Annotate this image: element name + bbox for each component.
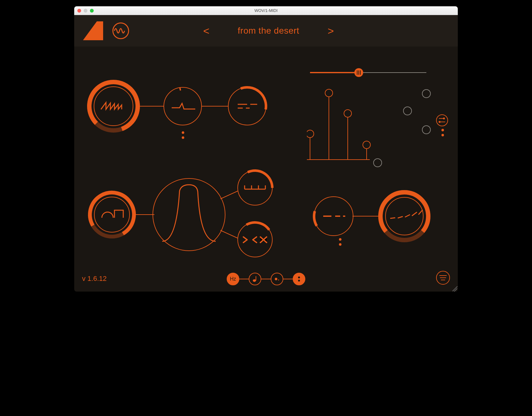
gate-knob[interactable] — [314, 197, 353, 236]
mode-link-icon — [261, 279, 271, 279]
resize-grip-icon[interactable] — [452, 285, 457, 291]
titlebar: WOV/1-MIDI — [74, 6, 458, 15]
svg-line-62 — [418, 210, 423, 215]
ramp-5-icon — [390, 210, 423, 218]
svg-point-33 — [436, 115, 448, 126]
preset-next-button[interactable]: > — [328, 25, 334, 37]
waveform-icon[interactable] — [112, 22, 130, 40]
svg-point-43 — [153, 178, 225, 251]
svg-point-57 — [385, 197, 423, 235]
output-pair — [307, 185, 439, 248]
svg-point-31 — [422, 126, 430, 134]
envelope-cluster — [84, 169, 288, 260]
top-knob-row — [84, 78, 285, 141]
tick-down-icon — [245, 185, 265, 189]
mode-dot-button[interactable] — [271, 273, 283, 285]
pulse-tiny-icon — [172, 103, 195, 109]
main-canvas — [74, 47, 458, 266]
svg-point-26 — [344, 110, 352, 117]
window-title: WOV/1-MIDI — [74, 8, 458, 13]
mode-ratio-button[interactable] — [293, 273, 305, 285]
mode-note-button[interactable] — [249, 273, 261, 285]
arrows-inout-icon — [243, 237, 267, 243]
preset-prev-button[interactable]: < — [203, 25, 209, 37]
dash-knob[interactable] — [228, 87, 266, 125]
mode-hz-button[interactable]: Hz — [227, 273, 239, 285]
ratio-icon — [297, 276, 301, 282]
svg-point-66 — [278, 280, 279, 281]
svg-line-60 — [405, 215, 410, 217]
hz-icon: Hz — [230, 276, 236, 282]
shape-knob-options-icon[interactable] — [182, 131, 184, 139]
mode-link-icon — [283, 279, 293, 279]
svg-line-40 — [220, 230, 238, 238]
svg-point-2 — [113, 23, 129, 39]
double-dash-icon — [238, 104, 257, 108]
note-icon — [252, 276, 258, 282]
svg-point-24 — [325, 89, 333, 97]
preset-bar: < from the desert > — [136, 25, 401, 37]
envelope-display[interactable] — [153, 178, 225, 251]
sync-mode-row: Hz — [227, 273, 305, 285]
svg-line-14 — [180, 88, 180, 90]
svg-point-63 — [253, 279, 256, 282]
preset-name[interactable]: from the desert — [238, 26, 299, 36]
svg-line-39 — [220, 191, 238, 199]
brand-logo-icon[interactable] — [80, 20, 106, 41]
sequencer[interactable] — [307, 84, 439, 169]
mode-link-icon — [239, 279, 249, 279]
svg-point-29 — [422, 90, 430, 98]
direction-knob[interactable] — [238, 222, 272, 257]
svg-line-58 — [390, 218, 395, 218]
svg-line-61 — [412, 212, 417, 216]
menu-line-icon — [441, 280, 445, 280]
type-knob[interactable] — [90, 193, 134, 237]
patch-node-options-icon[interactable] — [441, 129, 444, 136]
gate-knob-options-icon[interactable] — [339, 238, 341, 246]
svg-point-12 — [94, 87, 133, 126]
header: < from the desert > — [74, 15, 458, 47]
division-knob[interactable] — [238, 171, 272, 205]
plugin-body: < from the desert > — [74, 15, 458, 292]
svg-rect-64 — [256, 276, 256, 281]
app-window: WOV/1-MIDI < from the desert > — [74, 6, 458, 292]
svg-point-65 — [275, 278, 277, 280]
wave-knob[interactable] — [89, 82, 138, 130]
svg-line-59 — [398, 216, 403, 218]
svg-point-52 — [314, 197, 353, 236]
menu-button[interactable] — [436, 271, 450, 285]
ramp-knob[interactable] — [380, 192, 428, 240]
menu-line-icon — [440, 277, 446, 278]
curve-env-icon — [162, 185, 216, 241]
svg-point-32 — [374, 159, 382, 167]
svg-point-67 — [298, 276, 300, 278]
dotted-icon — [274, 277, 280, 281]
svg-point-28 — [363, 141, 370, 149]
mix-slider[interactable] — [310, 68, 426, 77]
arc-square-icon — [102, 210, 123, 218]
svg-point-30 — [403, 107, 412, 115]
shape-knob[interactable] — [164, 87, 202, 125]
svg-point-68 — [298, 280, 300, 282]
bottom-bar: Hz — [74, 266, 458, 292]
patch-node-icon[interactable] — [436, 114, 448, 127]
menu-line-icon — [439, 275, 447, 276]
saw-multi-icon — [101, 102, 122, 109]
svg-point-22 — [307, 130, 314, 138]
